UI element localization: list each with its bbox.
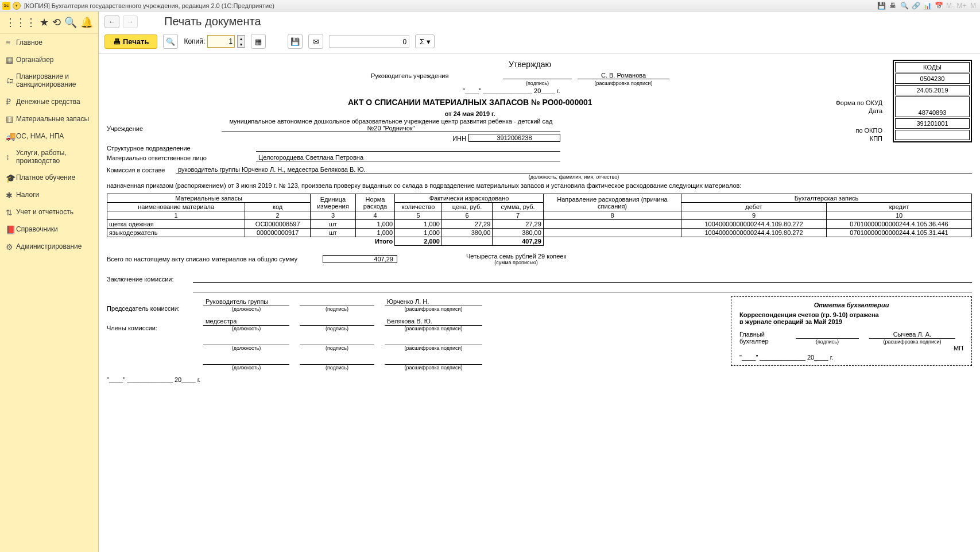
sidebar-label: Учет и отчетность [16,208,92,216]
apps-icon[interactable]: ⋮⋮⋮ [5,16,36,29]
total-amount: 407,29 [323,255,397,263]
codes-header: КОДЫ [895,62,970,72]
member1-name: Белякова В. Ю. [385,318,482,326]
accounting-box: Отметка бухгалтерии Корреспонденция счет… [731,296,972,366]
sidebar-label: Справочники [16,225,92,233]
codes-box: КОДЫ 0504230 24.05.2019 48740893 3912010… [893,60,972,142]
print-icon[interactable]: 🖶 [888,1,897,10]
name-caption: (расшифровка подписи) [578,80,669,86]
app-logo-icon: 1c [2,2,10,10]
sidebar-item-4[interactable]: ▥Материальные запасы [0,110,98,128]
sidebar-icon: 🎓 [6,173,16,183]
total-sum: 407,29 [493,237,544,246]
print-button[interactable]: 🖶Печать [104,34,157,49]
save-button[interactable]: 💾 [288,34,303,49]
total-words: Четыреста семь рублей 29 копеек [466,253,566,260]
grid-button[interactable]: ▦ [251,34,266,49]
sidebar-label: Планирование и санкционирование [16,72,92,89]
codes-date-value: 24.05.2019 [895,85,970,95]
sidebar-icon: ≡ [6,38,16,47]
total-qty: 2,000 [395,237,442,246]
sidebar-icon: ₽ [6,97,16,106]
sidebar-item-2[interactable]: 🗂Планирование и санкционирование [0,68,98,93]
copies-input[interactable] [207,35,235,48]
kpp-label: КПП [834,134,885,142]
chief-name: Сычева Л. А. [869,331,955,339]
bell-icon[interactable]: 🔔 [80,16,93,29]
back-button[interactable]: ← [104,16,119,28]
sidebar-label: Материальные запасы [16,115,92,123]
m-plus-icon[interactable]: M+ [957,1,966,10]
star-icon[interactable]: ★ [40,16,49,29]
sidebar-item-1[interactable]: ▦Органайзер [0,51,98,68]
table-row: языкодержатель000000000917шт1,0001,00038… [107,229,972,237]
calc-icon[interactable]: 📊 [923,1,932,10]
printer-icon: 🖶 [113,37,121,46]
sig-caption: (подпись) [503,80,572,86]
nav-toolbar: ← → Печать документа [99,11,980,32]
save-icon[interactable]: 💾 [877,1,886,10]
sidebar-item-8[interactable]: ✱Налоги [0,187,98,204]
sidebar-item-6[interactable]: ↕Услуги, работы, производство [0,145,98,169]
sidebar-item-9[interactable]: ⇅Учет и отчетность [0,204,98,221]
sidebar-label: Платное обучение [16,173,92,182]
sidebar-icon: ⚙ [6,242,16,252]
accounting-line1: Корреспонденция счетов (гр. 9-10) отраже… [739,311,963,318]
calendar-icon[interactable]: 📅 [934,1,943,10]
preview-icon[interactable]: 🔍 [900,1,909,10]
kpp-value: 391201001 [895,118,970,129]
page-indicator: 0 [329,35,409,48]
members-label: Члены комиссии: [107,325,193,331]
history-icon[interactable]: ⟲ [52,16,61,29]
link-icon[interactable]: 🔗 [911,1,920,10]
m-icon[interactable]: M [969,1,978,10]
action-bar: 🖶Печать 🔍 Копий: ▴▾ ▦ 💾 ✉ 0 Σ ▾ [99,32,980,54]
accounting-title: Отметка бухгалтерии [739,302,963,308]
accounting-line2: в журнале операций за Май 2019 [739,318,963,325]
itogo-label: Итого [107,237,395,246]
sidebar-item-3[interactable]: ₽Денежные средства [0,93,98,110]
sidebar-icon: 🚚 [6,132,16,141]
m-minus-icon[interactable]: M- [946,1,955,10]
sidebar-label: Услуги, работы, производство [16,149,92,165]
window-title: [КОПИЯ] Бухгалтерия государственного учр… [24,2,274,9]
sidebar-label: Главное [16,38,92,47]
sidebar-label: Органайзер [16,56,92,64]
commission-caption: (должность, фамилия, имя, отчество) [176,174,972,180]
okud-label: Форма по ОКУД [834,99,885,107]
page-title: Печать документа [164,15,261,28]
sidebar-item-5[interactable]: 🚚ОС, НМА, НПА [0,128,98,145]
search-icon[interactable]: 🔍 [64,16,77,29]
app-dropdown-icon[interactable]: ▾ [13,2,21,10]
resp-label: Материально ответственное лицо [107,155,256,161]
chief-label: Главный бухгалтер [739,331,785,345]
org-label: Учреждение [107,125,222,132]
sidebar-icon: ⇅ [6,208,16,217]
sidebar-label: Администрирование [16,242,92,250]
sidebar-item-11[interactable]: ⚙Администрирование [0,238,98,256]
forward-button[interactable]: → [123,16,138,28]
year-suffix: 20____ г. [534,87,560,94]
sidebar-icon: ▦ [6,55,16,64]
copies-label: Копий: [184,37,205,45]
sidebar-label: ОС, НМА, НПА [16,132,92,140]
zoom-button[interactable]: 🔍 [163,34,178,49]
total-text: Всего по настоящему акту списано материа… [107,256,300,263]
chairman-name: Юрченко Л. Н. [385,298,482,306]
title-icons: 💾 🖶 🔍 🔗 📊 📅 M- M+ M [877,1,978,10]
table-row: щетка одежнаяОС0000008597шт1,0001,00027,… [107,220,972,229]
commission-value: руководитель группы Юрченко Л. Н., медсе… [176,166,972,173]
sidebar-icon: ▥ [6,114,16,123]
member1-pos: медсестра [203,318,289,326]
sidebar-item-0[interactable]: ≡Главное [0,34,98,51]
copies-spinner[interactable]: ▴▾ [237,35,245,48]
sidebar-icon: 📕 [6,225,16,234]
sidebar-item-10[interactable]: 📕Справочники [0,221,98,238]
sidebar-item-7[interactable]: 🎓Платное обучение [0,169,98,187]
mail-button[interactable]: ✉ [308,34,323,49]
okpo-value: 48740893 [895,96,970,117]
date-label: Дата [834,107,885,115]
sigma-button[interactable]: Σ ▾ [415,34,435,48]
mp-label: МП [739,345,963,352]
sidebar-icon: ↕ [6,152,16,161]
